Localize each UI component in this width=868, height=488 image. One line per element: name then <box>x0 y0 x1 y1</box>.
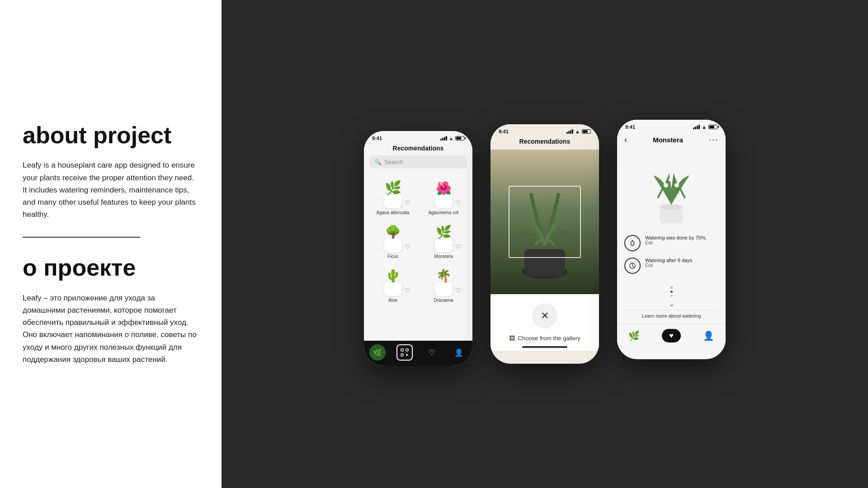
more-options-button[interactable]: ··· <box>709 135 718 145</box>
svg-rect-1 <box>406 349 408 351</box>
plant-name-aglaonema: Aglaonema crit <box>429 210 459 215</box>
camera-controls: ✕ 🖼 Choose from the gallery <box>491 294 599 351</box>
tab-profile[interactable]: 👤 <box>451 344 467 361</box>
plant-cell-agava[interactable]: 🌿 ♡ Agava attenuata <box>368 173 418 217</box>
plant-cell-aloe[interactable]: 🌵 ♡ Aloe <box>368 261 418 305</box>
phone1-header: Recomendations <box>364 143 472 155</box>
svg-rect-0 <box>401 349 403 351</box>
battery-icon-3 <box>708 125 717 129</box>
status-bar-2: 9:41 ▲ <box>491 124 599 136</box>
favorite-aloe[interactable]: ♡ <box>405 287 410 294</box>
favorite-agava[interactable]: ♡ <box>405 199 410 206</box>
plant-name-monstera: Monstera <box>434 254 453 259</box>
home-indicator-2 <box>522 346 567 348</box>
search-icon: 🔍 <box>375 159 382 165</box>
plant-emoji-monstera: 🌿 <box>436 225 452 239</box>
svg-point-11 <box>669 178 672 182</box>
watering-after-text: Watering after 6 days <box>645 258 718 263</box>
svg-rect-2 <box>401 354 403 356</box>
detail-info: Watering was done by 75%. Edit Watering … <box>617 230 726 286</box>
tab-3-favorites-active[interactable]: ♥ <box>662 329 681 343</box>
search-bar[interactable]: 🔍 Search <box>369 155 467 169</box>
svg-point-8 <box>660 204 683 210</box>
plant-emoji-dracaena: 🌴 <box>436 268 452 283</box>
learn-more-text[interactable]: Learn more about watering <box>624 310 718 321</box>
tab-favorites[interactable]: ♡ <box>424 344 440 361</box>
plant-name-dracaena: Dracaena <box>434 298 453 303</box>
tab-3-home[interactable]: 🌿 <box>628 330 640 341</box>
plant-name-aloe: Aloe <box>388 298 397 303</box>
plant-detail-image <box>617 148 726 230</box>
watering-done-icon <box>624 235 641 251</box>
plant-emoji-ficus: 🌳 <box>385 225 401 239</box>
battery-icon-2 <box>582 129 591 134</box>
favorite-ficus[interactable]: ♡ <box>405 243 410 250</box>
plant-emoji-aglaonema: 🌺 <box>436 181 452 196</box>
time-3: 9:41 <box>625 124 635 130</box>
battery-icon <box>455 136 464 141</box>
wifi-icon-3: ▲ <box>702 124 707 130</box>
watering-after-edit[interactable]: Edit <box>645 263 718 268</box>
phone-mockup-2: 9:41 ▲ Recomendations <box>491 124 599 364</box>
dot-1 <box>670 286 673 289</box>
monstera-image <box>631 153 712 225</box>
tab-bar-1: 🌿 ♡ 👤 <box>364 341 472 366</box>
plant-cell-aglaonema[interactable]: 🌺 ♡ Aglaonema crit <box>418 173 469 217</box>
time-1: 9:41 <box>372 136 382 141</box>
about-title-en: about project <box>23 122 199 148</box>
time-2: 9:41 <box>499 129 509 134</box>
plant-emoji-aloe: 🌵 <box>385 268 401 283</box>
phone2-header: Recomendations <box>491 136 599 150</box>
tab-home[interactable]: 🌿 <box>369 344 386 361</box>
tab-3-profile[interactable]: 👤 <box>703 330 714 341</box>
tab-bar-3: 🌿 ♥ 👤 <box>617 324 726 349</box>
plant-grid: 🌿 ♡ Agava attenuata 🌺 ♡ Aglaonema crit 🌳 <box>364 173 472 305</box>
plant-cell-monstera[interactable]: 🌿 ♡ Monstera <box>418 217 469 261</box>
plant-name-agava: Agava attenuata <box>377 210 410 215</box>
gallery-label: Choose from the gallery <box>518 335 580 342</box>
gallery-option[interactable]: 🖼 Choose from the gallery <box>509 335 580 342</box>
watering-done-text: Watering was done by 75%. <box>645 235 718 240</box>
watering-done-edit[interactable]: Edit <box>645 240 718 245</box>
watering-done-row: Watering was done by 75%. Edit <box>624 235 718 251</box>
dot-2 <box>670 291 673 293</box>
svg-point-10 <box>675 183 679 188</box>
plant-cell-ficus[interactable]: 🌳 ♡ Ficus <box>368 217 418 261</box>
camera-view <box>491 150 599 294</box>
tab-scan[interactable] <box>396 344 413 361</box>
about-desc-en: Leafy is a houseplant care app designed … <box>23 159 199 221</box>
favorite-monstera[interactable]: ♡ <box>455 243 461 250</box>
wifi-icon: ▲ <box>449 136 453 141</box>
watering-after-icon <box>624 258 641 274</box>
back-button[interactable]: ‹ <box>624 135 627 145</box>
phone-mockup-3: 9:41 ▲ ‹ Monstera ··· <box>617 120 726 359</box>
plant-name-ficus: Ficus <box>387 254 398 259</box>
detail-header: ‹ Monstera ··· <box>617 131 726 148</box>
svg-point-9 <box>664 183 668 188</box>
dot-3 <box>670 295 673 297</box>
wifi-icon-2: ▲ <box>575 129 580 134</box>
status-icons-1: ▲ <box>440 136 464 141</box>
plant-detail-title: Monstera <box>653 136 683 144</box>
signal-icon <box>440 136 447 141</box>
favorite-dracaena[interactable]: ♡ <box>455 287 461 294</box>
signal-icon-2 <box>566 129 573 134</box>
signal-icon-3 <box>693 125 700 129</box>
about-desc-ru: Leafy – это приложение для ухода за дома… <box>23 292 199 366</box>
divider <box>23 237 140 238</box>
dot-indicator <box>617 286 726 298</box>
scan-frame <box>509 186 581 258</box>
close-button[interactable]: ✕ <box>532 303 557 328</box>
heart-active-icon: ♥ <box>669 332 674 340</box>
about-title-ru: о проекте <box>23 254 199 281</box>
right-panel: 9:41 ▲ Recomendations 🔍 Search <box>222 0 868 488</box>
status-bar-3: 9:41 ▲ <box>617 120 726 131</box>
gallery-icon: 🖼 <box>509 335 515 342</box>
plant-cell-dracaena[interactable]: 🌴 ♡ Dracaena <box>418 261 469 305</box>
status-bar-1: 9:41 ▲ <box>364 131 472 143</box>
chevron-down-icon[interactable]: ⌄ <box>617 300 726 308</box>
favorite-aglaonema[interactable]: ♡ <box>455 199 461 206</box>
watering-after-row: Watering after 6 days Edit <box>624 258 718 274</box>
search-text: Search <box>384 159 403 165</box>
left-panel: about project Leafy is a houseplant care… <box>0 0 222 488</box>
